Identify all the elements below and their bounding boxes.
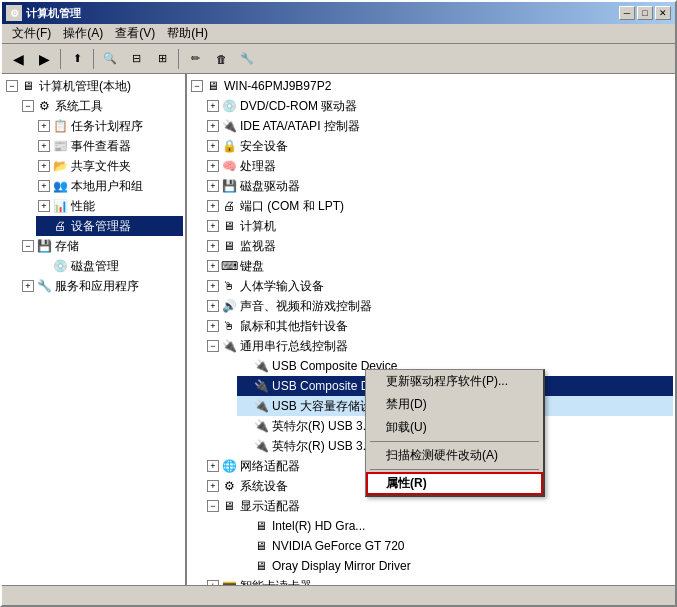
left-disk-management[interactable]: 💿 磁盘管理: [36, 256, 183, 276]
expander-perf[interactable]: [38, 200, 50, 212]
perf-icon: 📊: [52, 198, 68, 214]
menu-action[interactable]: 操作(A): [57, 23, 109, 44]
right-keyboard[interactable]: ⌨ 键盘: [205, 256, 673, 276]
toolbar-btn-5[interactable]: ⊞: [150, 47, 174, 71]
expander-computer-r[interactable]: [207, 220, 219, 232]
left-event-label: 事件查看器: [71, 137, 131, 155]
expander-monitor[interactable]: [207, 240, 219, 252]
expander-task[interactable]: [38, 120, 50, 132]
expander-root[interactable]: [191, 80, 203, 92]
up-button[interactable]: ⬆: [65, 47, 89, 71]
right-ports[interactable]: 🖨 端口 (COM 和 LPT): [205, 196, 673, 216]
oray-icon: 🖥: [253, 558, 269, 574]
right-smartcard-label: 智能卡读卡器: [240, 577, 312, 585]
menu-file[interactable]: 文件(F): [6, 23, 57, 44]
expander-ide[interactable]: [207, 120, 219, 132]
expander-dvd[interactable]: [207, 100, 219, 112]
ctx-disable[interactable]: 禁用(D): [366, 393, 543, 416]
right-computer[interactable]: 🖥 计算机: [205, 216, 673, 236]
left-device-manager[interactable]: 🖨 设备管理器: [36, 216, 183, 236]
right-ide[interactable]: 🔌 IDE ATA/ATAPI 控制器: [205, 116, 673, 136]
title-bar: ⚙ 计算机管理 ─ □ ✕: [2, 2, 675, 24]
toolbar-btn-3[interactable]: 🔍: [98, 47, 122, 71]
main-content: 🖥 计算机管理(本地) ⚙ 系统工具 📋 任务计划程序 📰 事件查看器 �: [2, 74, 675, 585]
root-icon: 🖥: [205, 78, 221, 94]
expander-users[interactable]: [38, 180, 50, 192]
devmgr-icon: 🖨: [52, 218, 68, 234]
ctx-uninstall[interactable]: 卸载(U): [366, 416, 543, 439]
main-window: ⚙ 计算机管理 ─ □ ✕ 文件(F) 操作(A) 查看(V) 帮助(H) ◀ …: [0, 0, 677, 607]
right-root[interactable]: 🖥 WIN-46PMJ9B97P2: [189, 76, 673, 96]
right-security[interactable]: 🔒 安全设备: [205, 136, 673, 156]
toolbar-btn-6[interactable]: ✏: [183, 47, 207, 71]
right-smartcard[interactable]: 💳 智能卡读卡器: [205, 576, 673, 585]
ctx-scan[interactable]: 扫描检测硬件改动(A): [366, 444, 543, 467]
left-event-viewer[interactable]: 📰 事件查看器: [36, 136, 183, 156]
expander-disk-drives[interactable]: [207, 180, 219, 192]
expander-keyboard[interactable]: [207, 260, 219, 272]
back-button[interactable]: ◀: [6, 47, 30, 71]
expander-security[interactable]: [207, 140, 219, 152]
computer-r-icon: 🖥: [221, 218, 237, 234]
toolbar-btn-4[interactable]: ⊟: [124, 47, 148, 71]
expander-usb-c1: [239, 360, 251, 372]
left-task-scheduler[interactable]: 📋 任务计划程序: [36, 116, 183, 136]
forward-button[interactable]: ▶: [32, 47, 56, 71]
right-cpu[interactable]: 🧠 处理器: [205, 156, 673, 176]
expander-service[interactable]: [22, 280, 34, 292]
expander-audio[interactable]: [207, 300, 219, 312]
expander-usb[interactable]: [207, 340, 219, 352]
maximize-button[interactable]: □: [637, 6, 653, 20]
expander-mouse[interactable]: [207, 320, 219, 332]
right-oray[interactable]: 🖥 Oray Display Mirror Driver: [237, 556, 673, 576]
right-disk-drives[interactable]: 💾 磁盘驱动器: [205, 176, 673, 196]
ctx-update[interactable]: 更新驱动程序软件(P)...: [366, 370, 543, 393]
right-monitor-label: 监视器: [240, 237, 276, 255]
right-intel-hd[interactable]: 🖥 Intel(R) HD Gra...: [237, 516, 673, 536]
ctx-separator-2: [370, 469, 539, 470]
right-cpu-label: 处理器: [240, 157, 276, 175]
left-services[interactable]: 🔧 服务和应用程序: [20, 276, 183, 296]
left-task-label: 任务计划程序: [71, 117, 143, 135]
right-security-label: 安全设备: [240, 137, 288, 155]
expander-ports[interactable]: [207, 200, 219, 212]
right-usb-label: 通用串行总线控制器: [240, 337, 348, 355]
minimize-button[interactable]: ─: [619, 6, 635, 20]
right-hid[interactable]: 🖱 人体学输入设备: [205, 276, 673, 296]
expander-system-tools[interactable]: [22, 100, 34, 112]
expander-storage[interactable]: [22, 240, 34, 252]
left-computer-management[interactable]: 🖥 计算机管理(本地): [4, 76, 183, 96]
right-mouse[interactable]: 🖱 鼠标和其他指针设备: [205, 316, 673, 336]
intel-hd-icon: 🖥: [253, 518, 269, 534]
left-local-users[interactable]: 👥 本地用户和组: [36, 176, 183, 196]
right-display[interactable]: 🖥 显示适配器: [205, 496, 673, 516]
right-usb-controllers[interactable]: 🔌 通用串行总线控制器: [205, 336, 673, 356]
close-button[interactable]: ✕: [655, 6, 671, 20]
toolbar-btn-8[interactable]: 🔧: [235, 47, 259, 71]
expander-network[interactable]: [207, 460, 219, 472]
expander-computer[interactable]: [6, 80, 18, 92]
expander-sysdev[interactable]: [207, 480, 219, 492]
usb-controllers-icon: 🔌: [221, 338, 237, 354]
right-nvidia[interactable]: 🖥 NVIDIA GeForce GT 720: [237, 536, 673, 556]
expander-share[interactable]: [38, 160, 50, 172]
right-monitor[interactable]: 🖥 监视器: [205, 236, 673, 256]
right-audio[interactable]: 🔊 声音、视频和游戏控制器: [205, 296, 673, 316]
toolbar-btn-7[interactable]: 🗑: [209, 47, 233, 71]
expander-display[interactable]: [207, 500, 219, 512]
expander-disk: [38, 260, 50, 272]
left-performance[interactable]: 📊 性能: [36, 196, 183, 216]
left-shared-folders[interactable]: 📂 共享文件夹: [36, 156, 183, 176]
right-dvd[interactable]: 💿 DVD/CD-ROM 驱动器: [205, 96, 673, 116]
expander-devmgr: [38, 220, 50, 232]
expander-smartcard[interactable]: [207, 580, 219, 585]
left-system-tools[interactable]: ⚙ 系统工具: [20, 96, 183, 116]
expander-event[interactable]: [38, 140, 50, 152]
right-display-label: 显示适配器: [240, 497, 300, 515]
menu-view[interactable]: 查看(V): [109, 23, 161, 44]
expander-hid[interactable]: [207, 280, 219, 292]
expander-cpu[interactable]: [207, 160, 219, 172]
menu-help[interactable]: 帮助(H): [161, 23, 214, 44]
left-storage[interactable]: 💾 存储: [20, 236, 183, 256]
ctx-properties[interactable]: 属性(R): [366, 472, 543, 495]
